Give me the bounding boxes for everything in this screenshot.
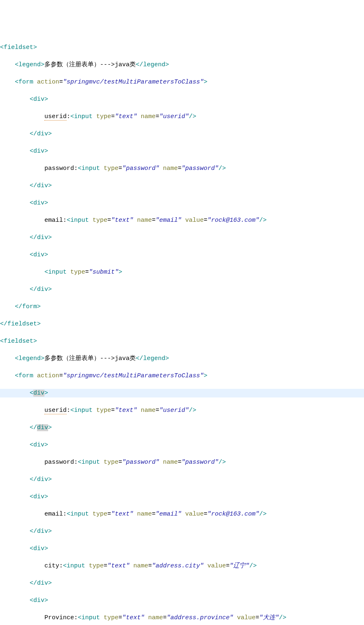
- selected-line: <div>: [0, 389, 364, 397]
- code-editor[interactable]: <fieldset> <legend>多参数（注册表单）--->java类</l…: [0, 35, 364, 625]
- tag-form: <form: [15, 79, 33, 86]
- form1-action: springmvc/testMultiParametersToClass: [67, 79, 200, 86]
- label-email: email:: [44, 217, 67, 224]
- label-province: Province:: [44, 614, 78, 621]
- tag-div: <div>: [30, 96, 48, 103]
- legend-text-2: 多参数（注册表单）--->java类: [44, 355, 136, 362]
- attr-action: action: [37, 79, 59, 86]
- label-password: password:: [44, 165, 78, 172]
- legend-text-1: 多参数（注册表单）--->java类: [44, 61, 136, 68]
- label-city: city:: [44, 562, 63, 569]
- tag-input: <input: [70, 113, 93, 120]
- form2-action: springmvc/testMultiParametersToClass: [67, 372, 200, 379]
- selected-div-close: div: [37, 424, 48, 431]
- tag-fieldset: <fieldset>: [0, 44, 37, 51]
- tag-legend-open: <legend>: [15, 61, 44, 68]
- tag-legend-close: </legend>: [136, 61, 169, 68]
- selected-div-open: div: [33, 390, 44, 397]
- label-userid: userid: [44, 113, 67, 121]
